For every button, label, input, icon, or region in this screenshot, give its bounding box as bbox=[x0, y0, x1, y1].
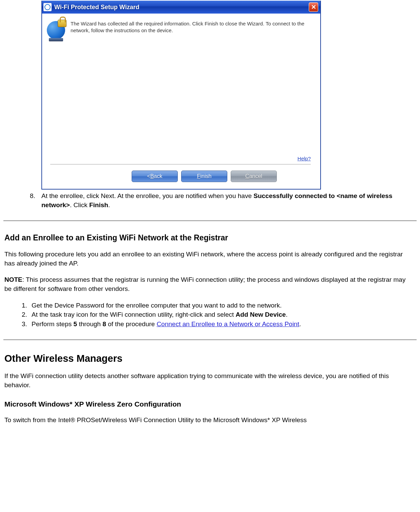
cancel-button: Cancel bbox=[231, 171, 277, 182]
note-paragraph: NOTE: This process assumes that the regi… bbox=[4, 275, 413, 293]
subheading-wzc: Microsoft Windows* XP Wireless Zero Conf… bbox=[4, 400, 416, 408]
finish-button[interactable]: Finish bbox=[181, 171, 227, 182]
cancel-button-hotkey: C bbox=[245, 173, 249, 179]
list-item: Get the Device Password for the enrollee… bbox=[29, 301, 417, 310]
step8-text-c: . bbox=[108, 201, 110, 209]
li3-mid: through bbox=[77, 320, 102, 328]
window-title: Wi-Fi Protected Setup Wizard bbox=[54, 4, 309, 11]
list-item: At the enrollee, click Next. At the enro… bbox=[41, 192, 417, 210]
paragraph: If the WiFi connection utility detects a… bbox=[4, 372, 413, 390]
paragraph: This following procedure lets you add an… bbox=[4, 250, 413, 268]
titlebar: Wi-Fi Protected Setup Wizard ✕ bbox=[42, 1, 320, 14]
li3-bold1: 5 bbox=[74, 320, 77, 328]
section-divider bbox=[3, 220, 417, 221]
back-button-rest: ack bbox=[154, 173, 163, 179]
cancel-button-rest: ancel bbox=[249, 173, 262, 179]
connect-enrollee-link[interactable]: Connect an Enrollee to a Network or Acce… bbox=[157, 320, 299, 328]
step8-text-b: . Click bbox=[70, 201, 89, 209]
li2-text-b: . bbox=[286, 311, 287, 318]
procedure-list: Get the Device Password for the enrollee… bbox=[3, 301, 417, 329]
wizard-info-text: The Wizard has collected all the require… bbox=[71, 20, 314, 34]
li3-bold2: 8 bbox=[102, 320, 106, 328]
li3-text-a: Perform steps bbox=[32, 320, 74, 328]
paragraph: To switch from the Intel® PROSet/Wireles… bbox=[4, 416, 413, 425]
li2-text-a: At the task tray icon for the WiFi conne… bbox=[32, 311, 236, 318]
list-item: Perform steps 5 through 8 of the procedu… bbox=[29, 320, 417, 329]
list-item: At the task tray icon for the WiFi conne… bbox=[29, 310, 417, 319]
back-button-hotkey: B bbox=[150, 173, 154, 179]
section-heading-add-enrollee: Add an Enrollee to an Existing WiFi Netw… bbox=[4, 233, 416, 242]
wizard-window: Wi-Fi Protected Setup Wizard ✕ The Wizar… bbox=[41, 1, 321, 190]
li1-text: Get the Device Password for the enrollee… bbox=[32, 302, 282, 309]
li3-text-b: of the procedure bbox=[106, 320, 157, 328]
finish-button-rest: inish bbox=[200, 173, 211, 179]
close-icon: ✕ bbox=[311, 3, 316, 11]
note-text: : This process assumes that the registra… bbox=[4, 276, 405, 292]
li2-bold: Add New Device bbox=[236, 311, 286, 318]
wizard-body: The Wizard has collected all the require… bbox=[42, 14, 320, 189]
step8-text-a: At the enrollee, click Next. At the enro… bbox=[41, 192, 253, 199]
back-button-prefix: < bbox=[147, 173, 150, 179]
section-heading-other-managers: Other Wireless Managers bbox=[4, 353, 416, 364]
help-link[interactable]: Help? bbox=[298, 156, 311, 161]
section-divider bbox=[3, 339, 417, 340]
back-button[interactable]: < Back bbox=[132, 171, 178, 182]
step8-bold-b: Finish bbox=[89, 201, 108, 209]
button-row: < Back Finish Cancel bbox=[47, 164, 314, 189]
li3-text-c: . bbox=[299, 320, 301, 328]
wifi-lock-icon bbox=[47, 21, 66, 40]
step-list-8: At the enrollee, click Next. At the enro… bbox=[3, 192, 417, 210]
finish-button-hotkey: F bbox=[197, 173, 201, 179]
note-label: NOTE bbox=[4, 276, 22, 283]
wifi-setup-icon bbox=[43, 3, 52, 11]
close-button[interactable]: ✕ bbox=[309, 2, 318, 12]
